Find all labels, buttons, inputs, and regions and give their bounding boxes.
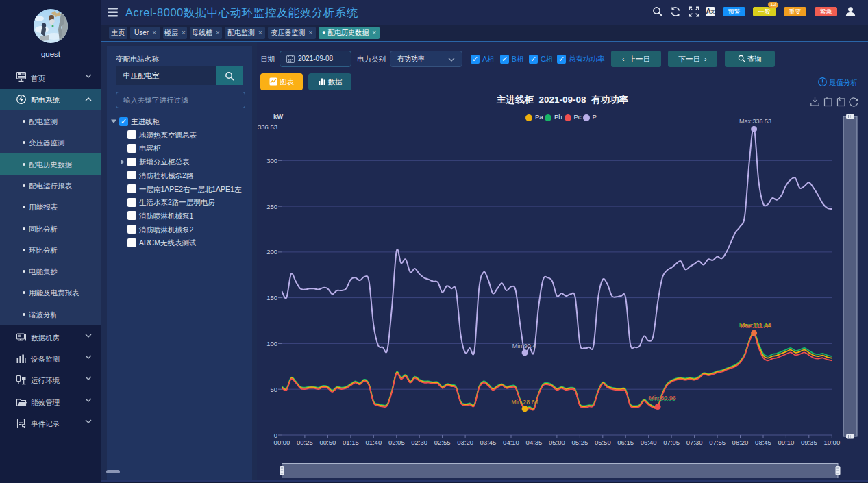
svg-text:01:40: 01:40 (365, 438, 382, 446)
svg-text:Max:111.44: Max:111.44 (741, 323, 772, 330)
svg-text:09:10: 09:10 (778, 438, 795, 446)
svg-text:05:00: 05:00 (549, 438, 565, 446)
svg-text:00:50: 00:50 (320, 438, 336, 446)
svg-text:05:25: 05:25 (572, 438, 588, 446)
svg-text:07:05: 07:05 (663, 438, 680, 446)
svg-text:250: 250 (266, 203, 277, 210)
svg-text:03:20: 03:20 (457, 438, 473, 446)
svg-text:Min:30.96: Min:30.96 (649, 395, 676, 401)
svg-text:Min:90.4: Min:90.4 (512, 343, 536, 349)
svg-text:300: 300 (266, 157, 277, 164)
svg-text:03:45: 03:45 (480, 438, 497, 446)
svg-text:05:50: 05:50 (595, 438, 611, 446)
svg-text:100: 100 (266, 340, 277, 347)
svg-text:10:00: 10:00 (823, 438, 840, 446)
svg-text:04:35: 04:35 (526, 438, 543, 446)
svg-text:Min:28.66: Min:28.66 (511, 399, 538, 406)
svg-text:200: 200 (266, 248, 277, 256)
svg-text:50: 50 (270, 386, 277, 393)
svg-text:07:30: 07:30 (686, 438, 703, 446)
svg-text:02:30: 02:30 (411, 438, 427, 446)
svg-text:04:10: 04:10 (503, 438, 519, 446)
svg-text:02:55: 02:55 (434, 438, 451, 446)
svg-text:02:05: 02:05 (388, 438, 405, 446)
svg-text:336.53: 336.53 (258, 123, 277, 131)
svg-text:01:15: 01:15 (343, 438, 359, 446)
svg-text:09:35: 09:35 (801, 438, 817, 446)
svg-text:0: 0 (274, 432, 277, 439)
svg-text:08:20: 08:20 (732, 438, 749, 446)
svg-text:150: 150 (266, 294, 277, 301)
svg-text:00:25: 00:25 (297, 438, 313, 446)
svg-text:Max:336.53: Max:336.53 (739, 118, 771, 125)
svg-text:08:45: 08:45 (755, 438, 771, 446)
svg-text:06:15: 06:15 (617, 438, 634, 446)
svg-text:06:40: 06:40 (641, 438, 657, 446)
svg-text:00:00: 00:00 (274, 438, 290, 446)
svg-text:07:55: 07:55 (709, 438, 726, 446)
